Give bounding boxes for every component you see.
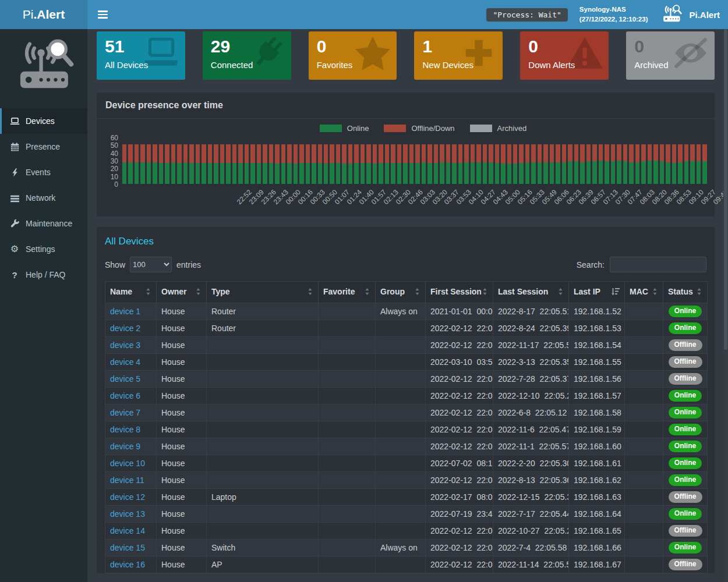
group-cell — [376, 421, 426, 438]
first-session-cell: 2021-01-01 00:00 — [426, 303, 493, 320]
first-session-cell: 2022-07-02 08:15 — [426, 455, 493, 472]
last-session-cell: 2022-7-28 22:05.37 — [493, 371, 569, 388]
device-name-link[interactable]: device 10 — [110, 459, 145, 468]
presence-bar — [440, 144, 444, 184]
owner-cell: House — [157, 489, 207, 506]
column-header-owner[interactable]: Owner — [157, 282, 207, 303]
column-header-last-session[interactable]: Last Session — [493, 282, 569, 303]
type-cell — [207, 438, 319, 455]
column-header-group[interactable]: Group — [376, 282, 426, 303]
legend-label: Offline/Down — [411, 124, 454, 133]
search-label: Search: — [577, 260, 605, 269]
presence-bar — [287, 144, 291, 184]
summary-card-archived[interactable]: 0Archived — [626, 31, 715, 80]
summary-card-new-devices[interactable]: 1New Devices — [414, 31, 503, 80]
header-right-brand[interactable]: Pi.Alert — [659, 4, 720, 26]
device-name-link[interactable]: device 3 — [110, 340, 140, 350]
sidebar-item-maintenance[interactable]: Maintenance — [0, 211, 87, 236]
laptop-icon — [8, 116, 21, 126]
status-badge: Offline — [669, 491, 702, 502]
column-header-type[interactable]: Type — [207, 282, 319, 303]
column-header-name[interactable]: Name — [105, 282, 157, 303]
chart-title: Device presence over time — [97, 93, 715, 119]
owner-cell: House — [157, 472, 207, 489]
first-session-cell: 2022-02-17 08:05 — [426, 489, 493, 506]
summary-card-down-alerts[interactable]: 0Down Alerts — [520, 31, 609, 80]
device-name-link[interactable]: device 15 — [110, 543, 145, 552]
sidebar-item-devices[interactable]: Devices — [0, 108, 87, 134]
y-tick-label: 20 — [111, 165, 118, 172]
hamburger-menu-icon[interactable] — [87, 10, 118, 19]
device-name-link[interactable]: device 11 — [110, 475, 144, 485]
summary-card-connected[interactable]: 29Connected — [203, 31, 291, 80]
presence-bar — [697, 144, 701, 184]
legend-item-online[interactable]: Online — [320, 124, 369, 133]
presence-bar — [690, 144, 694, 184]
presence-bar — [208, 144, 212, 184]
legend-item-archived[interactable]: Archived — [470, 124, 527, 133]
device-name-link[interactable]: device 4 — [110, 357, 140, 367]
mac-cell — [625, 540, 663, 556]
host-name: Synology-NAS — [579, 5, 648, 15]
presence-bar — [543, 144, 547, 184]
group-cell — [376, 472, 426, 489]
presence-bar — [568, 144, 572, 184]
column-header-favorite[interactable]: Favorite — [319, 282, 376, 303]
page-size-select[interactable]: 100 — [130, 257, 172, 272]
last-ip-cell: 192.168.1.66 — [569, 540, 625, 556]
column-header-last-ip[interactable]: Last IP — [569, 282, 625, 303]
presence-bar — [135, 144, 139, 184]
column-header-mac[interactable]: MAC — [625, 282, 663, 303]
table-row: device 8House2022-02-12 22:052022-11-6 2… — [105, 421, 708, 438]
type-cell: Laptop — [207, 489, 319, 506]
presence-bar — [452, 144, 456, 184]
column-header-status[interactable]: Status — [663, 282, 708, 303]
summary-card-all-devices[interactable]: 51All Devices — [97, 31, 185, 80]
table-row: device 13House2022-07-19 23:452022-7-17 … — [105, 506, 708, 523]
sidebar-item-network[interactable]: Network — [0, 185, 87, 211]
card-label: Connected — [211, 60, 283, 70]
app-logo[interactable]: Pi.Alert — [0, 0, 87, 29]
type-cell: Switch — [207, 540, 319, 556]
favorite-cell — [319, 388, 376, 404]
presence-bar — [183, 144, 188, 184]
device-name-link[interactable]: device 14 — [110, 526, 145, 535]
device-name-link[interactable]: device 6 — [110, 391, 140, 400]
table-row: device 9House2022-02-12 22:052022-11-1 2… — [105, 438, 708, 455]
type-cell — [207, 421, 319, 438]
device-name-link[interactable]: device 9 — [110, 442, 140, 451]
device-name-link[interactable]: device 1 — [110, 307, 140, 316]
sidebar-item-events[interactable]: Events — [0, 159, 87, 185]
first-session-cell: 2022-02-12 22:05 — [426, 421, 493, 438]
first-session-cell: 2022-02-12 22:05 — [426, 404, 493, 421]
sidebar-item-presence[interactable]: Presence — [0, 134, 87, 159]
favorite-cell — [319, 371, 376, 388]
card-value: 29 — [211, 37, 283, 56]
device-name-link[interactable]: device 5 — [110, 374, 140, 384]
device-name-link[interactable]: device 12 — [110, 492, 145, 502]
mac-cell — [625, 354, 663, 371]
card-value: 0 — [528, 37, 600, 56]
device-name-link[interactable]: device 16 — [110, 560, 145, 569]
device-name-link[interactable]: device 8 — [110, 425, 140, 434]
device-name-link[interactable]: device 13 — [110, 509, 145, 519]
presence-bar — [336, 144, 340, 184]
card-label: Archived — [634, 60, 706, 70]
favorite-cell — [319, 556, 376, 573]
search-input[interactable] — [610, 257, 706, 272]
legend-item-offline-down[interactable]: Offline/Down — [384, 124, 454, 133]
page-scrollbar[interactable] — [723, 29, 728, 582]
sort-both-icon — [195, 288, 202, 297]
mac-cell — [625, 320, 663, 337]
device-name-link[interactable]: device 2 — [110, 324, 140, 333]
sidebar-item-label: Settings — [26, 244, 55, 254]
host-timestamp: (27/12/2022, 12:10:23) — [579, 15, 648, 24]
sidebar-item-settings[interactable]: ⚙Settings — [0, 236, 87, 262]
summary-card-favorites[interactable]: 0Favorites — [309, 31, 397, 80]
device-name-link[interactable]: device 7 — [110, 408, 140, 417]
sidebar-item-help-faq[interactable]: ?Help / FAQ — [0, 262, 87, 288]
presence-bar — [275, 144, 279, 184]
pialert-router-icon — [659, 4, 684, 26]
column-header-first-session[interactable]: First Session — [426, 282, 493, 303]
mac-cell — [625, 303, 663, 320]
